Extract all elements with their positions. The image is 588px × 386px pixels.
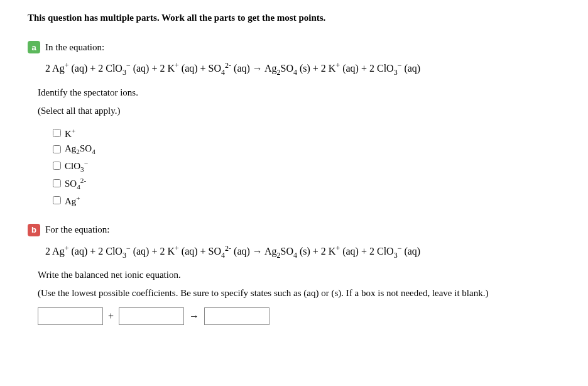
part-a-sub-instruction: (Select all that apply.) [38, 106, 560, 116]
option-checkbox-so4[interactable] [53, 179, 61, 187]
part-b-header: b For the equation: [28, 224, 560, 236]
option-checkbox-k[interactable] [53, 129, 61, 137]
badge-b: b [28, 224, 40, 236]
option-row: SO42- [50, 175, 560, 192]
part-b-title: For the equation: [45, 224, 109, 235]
part-a-instruction: Identify the spectator ions. [38, 87, 560, 98]
part-a-title: In the equation: [45, 42, 104, 53]
part-b-sub-instruction: (Use the lowest possible coefficients. B… [38, 288, 560, 299]
option-row: Ag+ [50, 192, 560, 209]
equation-inputs: + → [38, 307, 560, 325]
option-label: ClO3− [65, 159, 88, 173]
part-b-instruction: Write the balanced net ionic equation. [38, 270, 560, 280]
option-label: Ag+ [65, 194, 80, 207]
part-a-equation: 2 Ag+ (aq) + 2 ClO3− (aq) + 2 K+ (aq) + … [45, 61, 560, 77]
plus-operator: + [107, 311, 115, 322]
arrow-operator: → [188, 311, 200, 322]
part-b: b For the equation: 2 Ag+ (aq) + 2 ClO3−… [28, 224, 560, 326]
reactant-2-input[interactable] [119, 307, 184, 325]
option-row: K+ [50, 125, 560, 141]
badge-a: a [28, 41, 40, 53]
option-checkbox-ag2so4[interactable] [53, 145, 61, 153]
part-b-equation: 2 Ag+ (aq) + 2 ClO3− (aq) + 2 K+ (aq) + … [45, 244, 560, 260]
option-row: ClO3− [50, 157, 560, 175]
part-a-header: a In the equation: [28, 41, 560, 53]
option-label: K+ [65, 127, 75, 140]
options-list: K+ Ag2SO4 ClO3− SO42- Ag+ [50, 125, 560, 209]
option-row: Ag2SO4 [50, 141, 560, 157]
page-instruction: This question has multiple parts. Work a… [28, 13, 560, 23]
part-a: a In the equation: 2 Ag+ (aq) + 2 ClO3− … [28, 41, 560, 209]
option-label: SO42- [65, 177, 86, 190]
option-checkbox-clo3[interactable] [53, 162, 61, 170]
option-checkbox-ag[interactable] [53, 196, 61, 204]
product-1-input[interactable] [204, 307, 270, 325]
reactant-1-input[interactable] [38, 307, 103, 325]
option-label: Ag2SO4 [65, 143, 95, 155]
